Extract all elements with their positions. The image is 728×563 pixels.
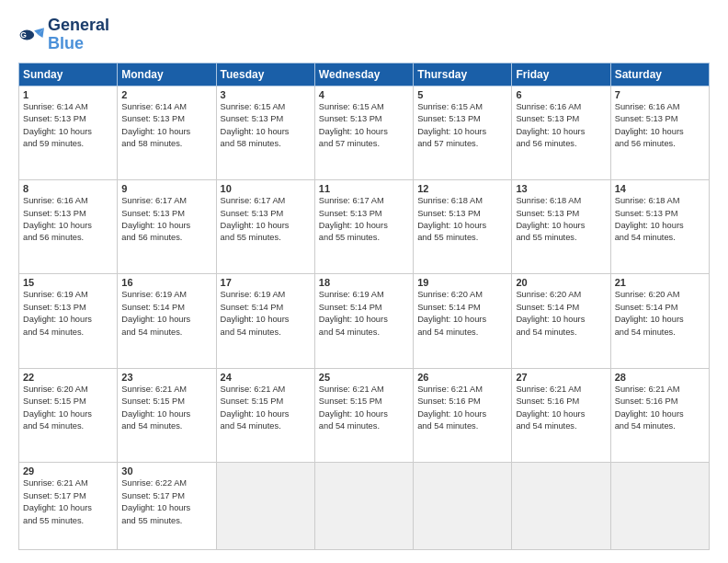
day-number: 15 (23, 277, 113, 288)
day-info: Sunrise: 6:16 AMSunset: 5:13 PMDaylight:… (615, 101, 705, 151)
calendar-cell: 27Sunrise: 6:21 AMSunset: 5:16 PMDayligh… (512, 368, 610, 462)
day-number: 28 (615, 372, 705, 383)
day-info: Sunrise: 6:19 AMSunset: 5:14 PMDaylight:… (319, 289, 409, 339)
day-number: 4 (319, 89, 409, 100)
logo-icon: G (18, 22, 44, 48)
week-row-4: 22Sunrise: 6:20 AMSunset: 5:15 PMDayligh… (19, 368, 710, 462)
calendar-cell: 20Sunrise: 6:20 AMSunset: 5:14 PMDayligh… (512, 274, 610, 368)
day-number: 19 (417, 277, 507, 288)
calendar-cell: 19Sunrise: 6:20 AMSunset: 5:14 PMDayligh… (414, 274, 512, 368)
day-info: Sunrise: 6:22 AMSunset: 5:17 PMDaylight:… (121, 477, 211, 527)
day-number: 8 (23, 183, 113, 194)
day-number: 3 (221, 89, 311, 100)
day-number: 22 (23, 372, 113, 383)
calendar-cell: 25Sunrise: 6:21 AMSunset: 5:15 PMDayligh… (314, 368, 413, 462)
day-info: Sunrise: 6:21 AMSunset: 5:15 PMDaylight:… (121, 384, 211, 433)
week-row-1: 1Sunrise: 6:14 AMSunset: 5:13 PMDaylight… (19, 86, 710, 179)
calendar-cell (512, 463, 610, 550)
calendar-cell: 6Sunrise: 6:16 AMSunset: 5:13 PMDaylight… (512, 86, 610, 179)
weekday-sunday: Sunday (19, 63, 118, 86)
logo: G General Blue (18, 17, 109, 53)
calendar-cell: 29Sunrise: 6:21 AMSunset: 5:17 PMDayligh… (19, 463, 118, 550)
calendar-cell (610, 463, 709, 550)
calendar-cell: 16Sunrise: 6:19 AMSunset: 5:14 PMDayligh… (118, 274, 216, 368)
week-row-3: 15Sunrise: 6:19 AMSunset: 5:13 PMDayligh… (19, 274, 710, 368)
calendar-cell: 8Sunrise: 6:16 AMSunset: 5:13 PMDaylight… (19, 180, 118, 274)
day-info: Sunrise: 6:14 AMSunset: 5:13 PMDaylight:… (23, 101, 113, 151)
calendar-cell: 24Sunrise: 6:21 AMSunset: 5:15 PMDayligh… (216, 368, 314, 462)
day-number: 16 (121, 277, 211, 288)
day-number: 14 (615, 183, 705, 194)
day-info: Sunrise: 6:20 AMSunset: 5:14 PMDaylight:… (516, 289, 606, 339)
day-number: 30 (121, 465, 211, 477)
day-number: 1 (23, 89, 113, 100)
day-number: 2 (121, 89, 211, 100)
calendar-cell: 23Sunrise: 6:21 AMSunset: 5:15 PMDayligh… (118, 368, 216, 462)
calendar-cell: 28Sunrise: 6:21 AMSunset: 5:16 PMDayligh… (610, 368, 709, 462)
day-number: 20 (516, 277, 606, 288)
day-number: 10 (221, 183, 311, 194)
calendar-table: SundayMondayTuesdayWednesdayThursdayFrid… (18, 63, 710, 550)
calendar-cell: 5Sunrise: 6:15 AMSunset: 5:13 PMDaylight… (414, 86, 512, 179)
calendar-cell: 4Sunrise: 6:15 AMSunset: 5:13 PMDaylight… (314, 86, 413, 179)
day-info: Sunrise: 6:15 AMSunset: 5:13 PMDaylight:… (319, 101, 409, 151)
day-number: 26 (417, 372, 507, 383)
day-info: Sunrise: 6:19 AMSunset: 5:13 PMDaylight:… (23, 289, 113, 339)
day-info: Sunrise: 6:21 AMSunset: 5:16 PMDaylight:… (615, 384, 705, 433)
day-number: 24 (221, 372, 311, 383)
day-number: 29 (23, 465, 113, 477)
day-number: 6 (516, 89, 606, 100)
calendar-cell: 7Sunrise: 6:16 AMSunset: 5:13 PMDaylight… (610, 86, 709, 179)
day-info: Sunrise: 6:19 AMSunset: 5:14 PMDaylight:… (121, 289, 211, 339)
calendar-cell: 12Sunrise: 6:18 AMSunset: 5:13 PMDayligh… (414, 180, 512, 274)
day-number: 21 (615, 277, 705, 288)
day-info: Sunrise: 6:17 AMSunset: 5:13 PMDaylight:… (121, 195, 211, 245)
header: G General Blue (18, 17, 710, 53)
calendar-cell: 14Sunrise: 6:18 AMSunset: 5:13 PMDayligh… (610, 180, 709, 274)
calendar-cell: 3Sunrise: 6:15 AMSunset: 5:13 PMDaylight… (216, 86, 314, 179)
calendar-cell: 13Sunrise: 6:18 AMSunset: 5:13 PMDayligh… (512, 180, 610, 274)
day-info: Sunrise: 6:21 AMSunset: 5:16 PMDaylight:… (417, 384, 507, 433)
calendar-cell: 11Sunrise: 6:17 AMSunset: 5:13 PMDayligh… (314, 180, 413, 274)
day-number: 12 (417, 183, 507, 194)
weekday-monday: Monday (118, 63, 216, 86)
day-info: Sunrise: 6:18 AMSunset: 5:13 PMDaylight:… (417, 195, 507, 245)
calendar-cell: 22Sunrise: 6:20 AMSunset: 5:15 PMDayligh… (19, 368, 118, 462)
day-number: 13 (516, 183, 606, 194)
week-row-5: 29Sunrise: 6:21 AMSunset: 5:17 PMDayligh… (19, 463, 710, 550)
day-info: Sunrise: 6:15 AMSunset: 5:13 PMDaylight:… (221, 101, 311, 151)
calendar-cell: 10Sunrise: 6:17 AMSunset: 5:13 PMDayligh… (216, 180, 314, 274)
calendar-cell: 2Sunrise: 6:14 AMSunset: 5:13 PMDaylight… (118, 86, 216, 179)
day-info: Sunrise: 6:20 AMSunset: 5:14 PMDaylight:… (417, 289, 507, 339)
logo-blue: Blue (48, 35, 109, 53)
calendar-cell: 1Sunrise: 6:14 AMSunset: 5:13 PMDaylight… (19, 86, 118, 179)
calendar-cell: 17Sunrise: 6:19 AMSunset: 5:14 PMDayligh… (216, 274, 314, 368)
calendar-cell: 9Sunrise: 6:17 AMSunset: 5:13 PMDaylight… (118, 180, 216, 274)
day-info: Sunrise: 6:21 AMSunset: 5:15 PMDaylight:… (319, 384, 409, 433)
day-info: Sunrise: 6:20 AMSunset: 5:15 PMDaylight:… (23, 384, 113, 433)
day-info: Sunrise: 6:15 AMSunset: 5:13 PMDaylight:… (417, 101, 507, 151)
day-number: 17 (221, 277, 311, 288)
day-info: Sunrise: 6:19 AMSunset: 5:14 PMDaylight:… (221, 289, 311, 339)
day-info: Sunrise: 6:21 AMSunset: 5:17 PMDaylight:… (23, 477, 113, 527)
weekday-tuesday: Tuesday (216, 63, 314, 86)
calendar-cell (414, 463, 512, 550)
page: G General Blue SundayMondayTuesdayWednes… (0, 0, 728, 563)
weekday-thursday: Thursday (414, 63, 512, 86)
logo-general: General (48, 17, 109, 35)
day-info: Sunrise: 6:17 AMSunset: 5:13 PMDaylight:… (319, 195, 409, 245)
day-number: 9 (121, 183, 211, 194)
calendar-cell: 30Sunrise: 6:22 AMSunset: 5:17 PMDayligh… (118, 463, 216, 550)
day-info: Sunrise: 6:21 AMSunset: 5:16 PMDaylight:… (516, 384, 606, 433)
day-number: 25 (319, 372, 409, 383)
svg-text:G: G (20, 30, 27, 40)
week-row-2: 8Sunrise: 6:16 AMSunset: 5:13 PMDaylight… (19, 180, 710, 274)
day-info: Sunrise: 6:14 AMSunset: 5:13 PMDaylight:… (121, 101, 211, 151)
calendar-cell: 26Sunrise: 6:21 AMSunset: 5:16 PMDayligh… (414, 368, 512, 462)
calendar-cell (314, 463, 413, 550)
weekday-friday: Friday (512, 63, 610, 86)
day-info: Sunrise: 6:18 AMSunset: 5:13 PMDaylight:… (516, 195, 606, 245)
day-info: Sunrise: 6:18 AMSunset: 5:13 PMDaylight:… (615, 195, 705, 245)
calendar-cell: 18Sunrise: 6:19 AMSunset: 5:14 PMDayligh… (314, 274, 413, 368)
day-number: 7 (615, 89, 705, 100)
